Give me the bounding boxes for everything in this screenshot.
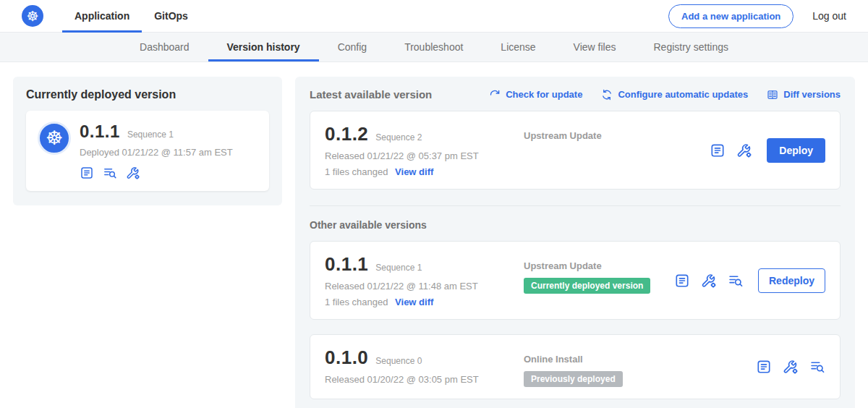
view-diff-link[interactable]: View diff <box>395 297 433 307</box>
released-timestamp: Released 01/20/22 @ 03:05 pm EST <box>325 374 524 385</box>
files-changed-row: 1 files changed View diff <box>325 297 524 307</box>
version-card-0-1-1: 0.1.1 Sequence 1 Released 01/21/22 @ 11:… <box>310 241 841 320</box>
version-info: 0.1.1 Sequence 1 Released 01/21/22 @ 11:… <box>325 253 524 307</box>
subnav-registry-settings[interactable]: Registry settings <box>635 33 747 61</box>
version-actions: Deploy <box>710 138 825 163</box>
tab-gitops[interactable]: GitOps <box>142 0 200 33</box>
preflight-checks-icon[interactable] <box>809 359 825 375</box>
subnav-version-history[interactable]: Version history <box>208 33 319 61</box>
previously-deployed-badge: Previously deployed <box>524 371 623 387</box>
subnav-troubleshoot[interactable]: Troubleshoot <box>386 33 482 61</box>
files-changed-label: 1 files changed <box>325 297 388 307</box>
version-card-0-1-0: 0.1.0 Sequence 0 Released 01/20/22 @ 03:… <box>310 334 841 399</box>
top-header: ☸ Application GitOps Add a new applicati… <box>0 0 868 33</box>
header-right: Add a new application Log out <box>668 4 846 28</box>
diff-versions-label: Diff versions <box>783 89 841 100</box>
deployed-version-card: ☸ 0.1.1 Sequence 1 Deployed 01/21/22 @ 1… <box>26 111 269 191</box>
other-versions-title: Other available versions <box>310 219 841 231</box>
available-header: Latest available version Check for updat… <box>310 88 841 101</box>
version-number: 0.1.1 <box>325 253 368 276</box>
release-notes-icon[interactable] <box>674 273 690 289</box>
subnav-license[interactable]: License <box>482 33 554 61</box>
currently-deployed-panel: Currently deployed version ☸ 0.1.1 Seque… <box>13 77 282 205</box>
available-actions: Check for update Configure automatic upd… <box>489 89 841 101</box>
version-source: Online Install Previously deployed <box>524 347 756 387</box>
view-diff-link[interactable]: View diff <box>395 166 433 177</box>
deployed-timestamp: Deployed 01/21/22 @ 11:57 am EST <box>80 147 233 158</box>
section-divider <box>310 205 841 206</box>
released-timestamp: Released 01/21/22 @ 05:37 pm EST <box>325 150 524 161</box>
version-info: 0.1.0 Sequence 0 Released 01/20/22 @ 03:… <box>325 347 524 387</box>
version-actions: Redeploy <box>674 268 825 293</box>
kubernetes-logo-icon: ☸ <box>22 5 43 27</box>
version-source: Upstream Update Currently deployed versi… <box>524 253 674 307</box>
version-number: 0.1.0 <box>325 347 368 369</box>
redeploy-button[interactable]: Redeploy <box>758 268 825 293</box>
sequence-label: Sequence 1 <box>375 263 422 273</box>
config-icon[interactable] <box>736 143 752 158</box>
auto-update-icon <box>601 89 613 101</box>
available-versions-panel: Latest available version Check for updat… <box>295 77 855 408</box>
currently-deployed-title: Currently deployed version <box>26 88 269 101</box>
source-label: Online Install <box>524 354 756 365</box>
version-number: 0.1.2 <box>325 123 368 145</box>
latest-available-title: Latest available version <box>310 88 432 101</box>
check-for-update-link[interactable]: Check for update <box>489 89 582 101</box>
deployed-version-info: 0.1.1 Sequence 1 Deployed 01/21/22 @ 11:… <box>80 122 233 180</box>
tab-application[interactable]: Application <box>62 0 142 33</box>
release-notes-icon[interactable] <box>756 359 772 375</box>
deployed-sequence-label: Sequence 1 <box>127 129 174 140</box>
logout-link[interactable]: Log out <box>812 10 846 22</box>
deployed-version-number: 0.1.1 <box>80 122 120 142</box>
kubernetes-wheel-glyph: ☸ <box>26 9 38 23</box>
sequence-label: Sequence 2 <box>375 132 422 143</box>
currently-deployed-badge: Currently deployed version <box>524 278 650 294</box>
check-for-update-label: Check for update <box>506 89 582 100</box>
refresh-icon <box>489 89 501 101</box>
top-tabs: Application GitOps <box>62 0 200 33</box>
preflight-checks-icon[interactable] <box>728 273 744 289</box>
version-actions <box>756 359 825 375</box>
version-info: 0.1.2 Sequence 2 Released 01/21/22 @ 05:… <box>325 123 524 177</box>
app-subnav: Dashboard Version history Config Trouble… <box>0 33 868 62</box>
add-application-button[interactable]: Add a new application <box>668 4 793 28</box>
source-label: Upstream Update <box>524 260 674 271</box>
subnav-dashboard[interactable]: Dashboard <box>121 33 208 61</box>
version-card-latest: 0.1.2 Sequence 2 Released 01/21/22 @ 05:… <box>310 111 841 190</box>
sequence-label: Sequence 0 <box>375 356 422 366</box>
diff-columns-icon <box>767 89 778 101</box>
config-icon[interactable] <box>783 359 799 375</box>
configure-automatic-updates-label: Configure automatic updates <box>618 89 748 100</box>
app-logo-icon: ☸ <box>38 122 71 155</box>
released-timestamp: Released 01/21/22 @ 11:48 am EST <box>325 281 524 292</box>
subnav-view-files[interactable]: View files <box>555 33 635 61</box>
deploy-button[interactable]: Deploy <box>767 138 825 163</box>
files-changed-row: 1 files changed View diff <box>325 166 524 177</box>
files-changed-label: 1 files changed <box>325 166 388 177</box>
release-notes-icon[interactable] <box>80 166 94 180</box>
main-content: Currently deployed version ☸ 0.1.1 Seque… <box>0 62 868 408</box>
release-notes-icon[interactable] <box>710 143 726 158</box>
deployed-action-icons <box>80 166 233 180</box>
version-source: Upstream Update <box>524 123 710 177</box>
subnav-config[interactable]: Config <box>319 33 386 61</box>
kubernetes-wheel-glyph: ☸ <box>46 129 63 148</box>
source-label: Upstream Update <box>524 130 710 141</box>
diff-versions-link[interactable]: Diff versions <box>767 89 841 101</box>
config-icon[interactable] <box>701 273 717 289</box>
preflight-checks-icon[interactable] <box>103 166 117 180</box>
config-icon[interactable] <box>126 166 140 180</box>
configure-automatic-updates-link[interactable]: Configure automatic updates <box>601 89 748 101</box>
